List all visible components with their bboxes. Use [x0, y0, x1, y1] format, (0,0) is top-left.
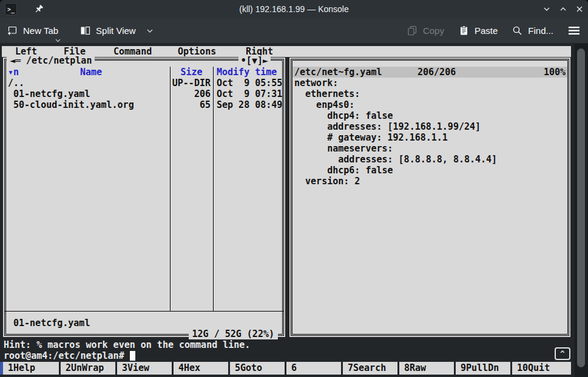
paste-button[interactable]: Paste: [459, 22, 498, 40]
new-tab-label: New Tab: [23, 25, 58, 36]
column-header-size[interactable]: Size: [170, 67, 213, 78]
mini-status-divider: [5, 311, 283, 312]
shell-prompt[interactable]: root@am4:/etc/netplan#: [4, 350, 135, 361]
viewer-line: nameservers:: [294, 143, 393, 154]
fkey-3-view[interactable]: 3View: [117, 362, 172, 375]
viewer-line: addresses: [192.168.1.99/24]: [294, 121, 481, 132]
paste-icon: [459, 25, 469, 36]
file-name: /..: [8, 78, 24, 88]
hamburger-menu-button[interactable]: [568, 22, 580, 40]
menu-options[interactable]: Options: [178, 46, 216, 57]
viewer-file-path: /etc/net~fg.yaml: [294, 67, 382, 78]
split-view-caret-icon: [146, 28, 154, 33]
column-divider: [170, 67, 171, 311]
file-mtime: Sep 28 08:49: [217, 99, 282, 110]
column-divider: [213, 67, 214, 311]
viewer-header: /etc/net~fg.yaml 206/206 100%: [292, 67, 567, 78]
prompt-text: root@am4:/etc/netplan#: [4, 350, 124, 361]
copy-button[interactable]: Copy: [407, 22, 444, 40]
panel-back-arrow-icon: ◄═: [10, 55, 21, 66]
fkey-8-raw[interactable]: 8Raw: [399, 362, 454, 375]
fkey-1-help[interactable]: 1Help: [3, 362, 59, 375]
viewer-line: network:: [294, 78, 338, 88]
close-button[interactable]: [575, 4, 584, 14]
terminal-scrollbar[interactable]: [575, 44, 588, 377]
viewer-line: version: 2: [294, 176, 360, 187]
mc-hint-line: Hint: % macros work even on the command …: [4, 339, 250, 350]
hamburger-icon: [568, 26, 580, 35]
new-tab-button[interactable]: New Tab: [7, 22, 58, 40]
window-title: (kll) 192.168.1.99 — Konsole: [0, 4, 588, 14]
column-header-name[interactable]: Name: [80, 67, 102, 78]
find-button[interactable]: Find...: [512, 22, 553, 40]
copy-label: Copy: [423, 25, 444, 36]
search-icon: [512, 25, 522, 36]
menu-command[interactable]: Command: [113, 46, 152, 57]
konsole-window: >_ (kll) 192.168.1.99 — Konsole: [0, 0, 588, 377]
split-view-label: Split View: [96, 25, 136, 36]
fkey-5-goto[interactable]: 5Goto: [230, 362, 285, 375]
panel-path[interactable]: ◄═ /etc/netplan: [7, 55, 95, 66]
file-mtime: Oct 9 05:55: [217, 78, 282, 88]
terminal-cursor: [130, 351, 135, 361]
fkey-6[interactable]: 6: [286, 362, 341, 375]
toolbar: New Tab Split View: [0, 18, 588, 44]
column-header-mtime[interactable]: Modify time: [217, 67, 277, 78]
file-mtime: Oct 9 07:31: [217, 88, 282, 99]
viewer-line: ethernets:: [294, 88, 360, 99]
file-name: 01-netcfg.yaml: [13, 88, 90, 99]
copy-icon: [407, 25, 417, 36]
split-view-button[interactable]: Split View: [80, 22, 154, 40]
viewer-position: 206/206: [417, 67, 456, 78]
scrollbar-thumb[interactable]: [577, 48, 585, 367]
file-size: 65: [200, 99, 211, 110]
disk-usage: 12G / 52G (22%): [189, 329, 278, 339]
fkey-2-unwrap[interactable]: 2UnWrap: [61, 362, 115, 375]
file-size: UP--DIR: [172, 78, 211, 88]
panel-dropdown-marker-icon[interactable]: •[▼]►: [238, 55, 271, 66]
viewer-line: dhcp6: false: [294, 165, 393, 176]
file-list-panel: ◄═ /etc/netplan •[▼]► ▾n Name Size Modif…: [3, 58, 285, 337]
file-viewer-panel: /etc/net~fg.yaml 206/206 100% network: e…: [289, 58, 570, 337]
mini-status: 01-netcfg.yaml: [13, 318, 90, 329]
split-view-icon: [80, 25, 90, 36]
sort-indicator[interactable]: ▾n: [8, 67, 19, 78]
terminal-screen: Left File Command Options Right ◄═ /etc/…: [0, 44, 575, 377]
viewer-line: dhcp4: false: [294, 110, 393, 121]
file-size: 206: [194, 88, 211, 99]
maximize-button[interactable]: [558, 4, 568, 14]
minimize-button[interactable]: [542, 4, 552, 14]
fkey-4-hex[interactable]: 4Hex: [174, 362, 228, 375]
panel-path-label: /etc/netplan: [26, 55, 92, 66]
viewer-line: # gateway: 192.168.1.1: [294, 132, 448, 143]
viewer-line: enp4s0:: [294, 99, 354, 110]
viewer-line: addresses: [8.8.8.8, 8.8.4.4]: [294, 154, 497, 165]
scroll-to-bottom-indicator[interactable]: ^: [555, 347, 570, 360]
titlebar: >_ (kll) 192.168.1.99 — Konsole: [0, 0, 588, 18]
file-name: 50-cloud-init.yaml.org: [13, 99, 134, 110]
new-tab-icon: [7, 25, 18, 36]
fkey-7-search[interactable]: 7Search: [343, 362, 397, 375]
new-tab-caret-icon: [55, 39, 61, 42]
viewer-percent: 100%: [544, 67, 566, 78]
fkey-9-pulldn[interactable]: 9PullDn: [456, 362, 510, 375]
find-label: Find...: [528, 25, 553, 36]
paste-label: Paste: [475, 25, 498, 36]
fkey-10-quit[interactable]: 10Quit: [512, 362, 571, 375]
